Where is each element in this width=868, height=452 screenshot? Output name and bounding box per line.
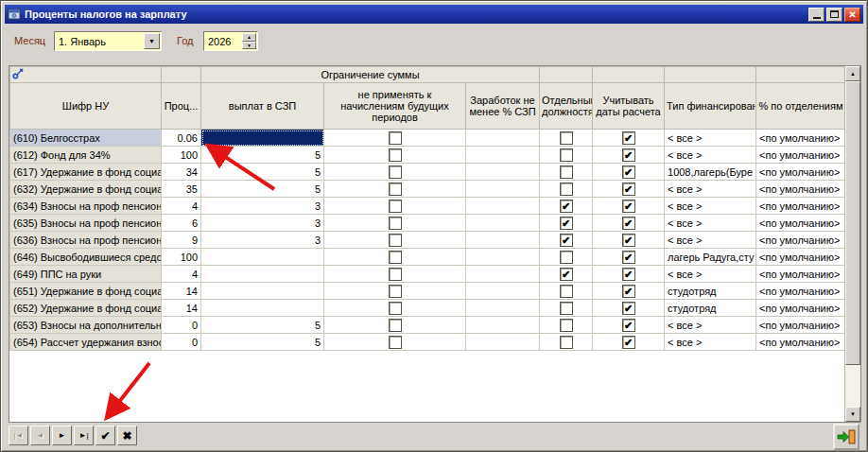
cell-by-dept[interactable]: <по умолчанию> [756,147,846,164]
close-button[interactable]: ✕ [844,8,860,22]
cell-positions[interactable]: ✔ [540,232,593,249]
month-select[interactable]: 1. Январь ▼ [54,31,162,51]
cell-by-dept[interactable]: <по умолчанию> [756,198,846,215]
cell-code[interactable]: (653) Взносы на дополнительну [10,317,162,334]
cancel-edit-button[interactable]: ✖ [117,426,137,445]
cell-szp-limit[interactable] [201,283,324,300]
cell-szp-limit[interactable]: 3 [201,198,324,215]
column-header-percent[interactable]: Проц... [162,83,201,130]
cell-percent[interactable]: 0 [162,317,201,334]
checkbox-unchecked-icon[interactable] [389,148,402,162]
cell-min-earn[interactable] [466,266,540,283]
cell-financing[interactable]: < все > [665,181,756,198]
checkbox-unchecked-icon[interactable] [560,148,573,162]
cell-not-apply[interactable] [324,164,466,181]
cell-szp-limit[interactable]: 5 [201,164,324,181]
checkbox-checked-icon[interactable]: ✔ [622,200,635,213]
cell-szp-limit[interactable] [201,266,324,283]
cell-percent[interactable]: 14 [162,300,201,317]
cell-financing[interactable]: < все > [665,147,756,164]
checkbox-checked-icon[interactable]: ✔ [622,165,635,179]
checkbox-checked-icon[interactable]: ✔ [622,131,635,145]
cell-not-apply[interactable] [324,266,466,283]
cell-not-apply[interactable] [324,147,466,164]
chevron-down-icon[interactable]: ▼ [144,33,160,49]
column-header-by-dept[interactable]: % по отделениям [756,83,846,130]
cell-szp-limit[interactable]: 5 [201,147,324,164]
checkbox-unchecked-icon[interactable] [560,319,573,332]
cell-code[interactable]: (612) Фонд для 34% [10,147,162,164]
next-record-button[interactable]: ► [52,426,72,445]
cell-positions[interactable] [540,283,593,300]
cell-by-dept[interactable]: <по умолчанию> [756,283,846,300]
checkbox-unchecked-icon[interactable] [560,302,573,315]
cell-positions[interactable] [540,300,593,317]
cell-positions[interactable] [540,317,593,334]
cell-not-apply[interactable] [324,249,466,266]
checkbox-unchecked-icon[interactable] [389,319,402,332]
column-header-code[interactable]: Шифр НУ [10,83,162,130]
checkbox-unchecked-icon[interactable] [389,251,402,264]
grid-key-cell[interactable] [10,67,162,83]
cell-code[interactable]: (632) Удержание в фонд социал [10,181,162,198]
cell-szp-limit[interactable]: 3 [201,232,324,249]
cell-szp-limit[interactable]: 5 [201,334,324,351]
cell-min-earn[interactable] [466,198,540,215]
cell-by-dept[interactable]: <по умолчанию> [756,181,846,198]
cell-min-earn[interactable] [466,232,540,249]
cell-min-earn[interactable] [466,334,540,351]
cell-positions[interactable]: ✔ [540,198,593,215]
year-input[interactable]: 2026 ▲ ▼ [203,31,258,51]
cell-percent[interactable]: 0.06 [162,130,201,147]
cell-by-dept[interactable]: <по умолчанию> [756,164,846,181]
cell-use-dates[interactable]: ✔ [593,164,665,181]
checkbox-checked-icon[interactable]: ✔ [560,217,573,230]
checkbox-unchecked-icon[interactable] [560,285,573,298]
cell-szp-limit[interactable]: 5 [201,181,324,198]
cell-financing[interactable]: 1008,лагерь(Буре [665,164,756,181]
cell-positions[interactable]: ✔ [540,266,593,283]
column-header-szp[interactable]: выплат в СЗП [201,83,324,130]
cell-not-apply[interactable] [324,283,466,300]
checkbox-checked-icon[interactable]: ✔ [622,319,635,332]
cell-by-dept[interactable]: <по умолчанию> [756,232,846,249]
cell-min-earn[interactable] [466,249,540,266]
cell-by-dept[interactable]: <по умолчанию> [756,266,846,283]
cell-financing[interactable]: < все > [665,317,756,334]
cell-use-dates[interactable]: ✔ [593,249,665,266]
cell-financing[interactable]: < все > [665,232,756,249]
cell-financing[interactable]: < все > [665,130,756,147]
cell-min-earn[interactable] [466,130,540,147]
checkbox-unchecked-icon[interactable] [389,336,402,349]
minimize-button[interactable] [808,8,825,22]
prior-record-button[interactable]: ◄ [30,426,50,445]
cell-code[interactable]: (654) Рассчет удержания взнос [10,334,162,351]
checkbox-checked-icon[interactable]: ✔ [622,217,635,230]
checkbox-checked-icon[interactable]: ✔ [622,148,635,162]
cell-financing[interactable]: < все > [665,266,756,283]
cell-percent[interactable]: 4 [162,266,201,283]
cell-szp-limit[interactable]: 3 [201,215,324,232]
cell-financing[interactable]: < все > [665,215,756,232]
column-header-not-apply[interactable]: не применять к начислениям будущих перио… [324,83,466,130]
scroll-down-icon[interactable]: ▼ [845,407,860,422]
cell-financing[interactable]: студотряд [665,300,756,317]
cell-not-apply[interactable] [324,181,466,198]
cell-percent[interactable]: 14 [162,283,201,300]
first-record-button[interactable]: |◄ [9,426,28,445]
checkbox-checked-icon[interactable]: ✔ [622,285,635,298]
column-header-financing[interactable]: Тип финансирования [665,83,756,130]
cell-min-earn[interactable] [466,147,540,164]
cell-percent[interactable]: 9 [162,232,201,249]
cell-min-earn[interactable] [466,283,540,300]
cell-use-dates[interactable]: ✔ [593,334,665,351]
cell-code[interactable]: (610) Белгосстрах [10,130,162,147]
cell-financing[interactable]: лагерь Радуга,сту [665,249,756,266]
cell-not-apply[interactable] [324,300,466,317]
cell-not-apply[interactable] [324,215,466,232]
cell-use-dates[interactable]: ✔ [593,317,665,334]
cell-szp-limit[interactable] [201,300,324,317]
maximize-button[interactable] [826,8,842,22]
spin-down-icon[interactable]: ▼ [242,42,256,50]
checkbox-unchecked-icon[interactable] [389,234,402,247]
